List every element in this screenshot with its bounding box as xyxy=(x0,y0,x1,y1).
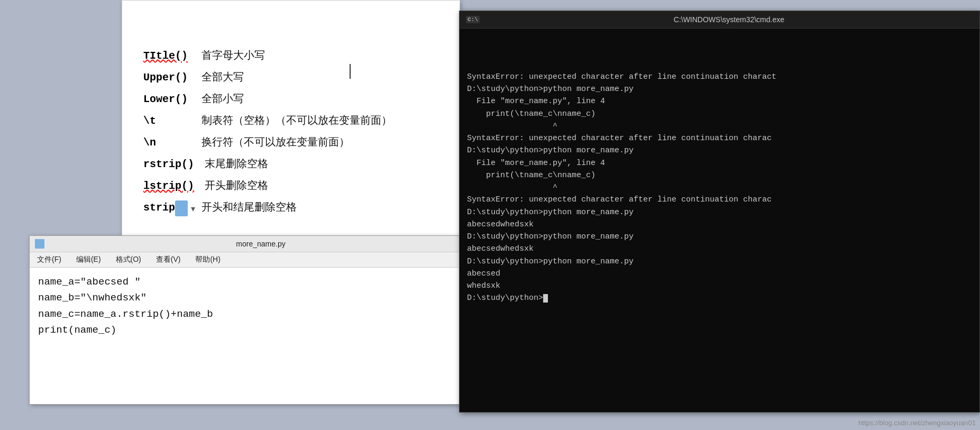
cmd-line: SyntaxError: unexpected character after … xyxy=(467,71,972,83)
notes-desc-text: 制表符（空格）（不可以放在变量前面） xyxy=(202,113,392,127)
notes-desc-text: 开头和结尾删除空格 xyxy=(202,200,297,214)
cmd-line: print(\tname_c\nname_c) xyxy=(467,108,972,120)
cmd-line: whedsxk xyxy=(467,280,972,292)
cmd-cursor xyxy=(543,294,548,303)
cmd-line: ^ xyxy=(467,181,972,194)
notes-method-label: rstrip() xyxy=(143,158,194,170)
document-icon xyxy=(175,200,188,216)
cmd-line: D:\study\python> xyxy=(467,292,972,304)
notes-method-label: Lower() xyxy=(143,93,191,105)
notes-row: rstrip()末尾删除空格 xyxy=(143,157,438,171)
cmd-line: D:\study\python>python more_name.py xyxy=(467,206,972,218)
notes-method-label: \n xyxy=(143,136,191,149)
notes-method-label: lstrip() xyxy=(143,180,194,192)
notepad-menu-item[interactable]: 编辑(E) xyxy=(74,254,103,266)
notes-desc-text: 首字母大小写 xyxy=(202,48,265,62)
cmd-line: abecsedwhedsxk xyxy=(467,243,972,255)
cmd-line: ^ xyxy=(467,120,972,132)
notes-desc-text: 全部小写 xyxy=(202,92,244,106)
code-line: name_c=name_a.rstrip()+name_b xyxy=(38,306,470,322)
notes-desc-text: 换行符（不可以放在变量前面） xyxy=(202,135,350,149)
notepad-title: more_name.py xyxy=(49,240,473,248)
notepad-icon xyxy=(35,239,44,249)
cmd-line: File "more_name.py", line 4 xyxy=(467,95,972,107)
notepad-menu-item[interactable]: 帮助(H) xyxy=(193,254,222,266)
cmd-line: File "more_name.py", line 4 xyxy=(467,157,972,169)
notes-row: lstrip()开头删除空格 xyxy=(143,178,438,193)
notes-method-label: Upper() xyxy=(143,71,191,84)
cmd-line: D:\study\python>python more_name.py xyxy=(467,255,972,268)
notepad-code-area: name_a="abecsed "name_b="\nwhedsxk"name_… xyxy=(30,268,478,404)
cmd-line: SyntaxError: unexpected character after … xyxy=(467,194,972,206)
cmd-line: abecsedwhedsxk xyxy=(467,218,972,231)
notes-row: \t制表符（空格）（不可以放在变量前面） xyxy=(143,113,438,127)
notes-method-label: \t xyxy=(143,115,191,127)
cmd-output-area: SyntaxError: unexpected character after … xyxy=(460,29,979,406)
code-line: name_a="abecsed " xyxy=(38,274,470,290)
notes-panel: TItle()首字母大小写Upper()全部大写Lower()全部小写\t制表符… xyxy=(122,0,460,238)
cmd-line: D:\study\python>python more_name.py xyxy=(467,231,972,243)
cmd-line: print(\tname_c\nname_c) xyxy=(467,169,972,181)
notepad-titlebar: more_name.py xyxy=(30,236,478,252)
notepad-filename: more_name.py xyxy=(236,240,285,248)
notepad-menubar[interactable]: 文件(F)编辑(E)格式(O)查看(V)帮助(H) xyxy=(30,252,478,268)
notepad-menu-item[interactable]: 格式(O) xyxy=(114,254,143,266)
notes-row: \n换行符（不可以放在变量前面） xyxy=(143,135,438,149)
notes-row: Lower()全部小写 xyxy=(143,92,438,106)
text-cursor xyxy=(350,64,351,79)
notes-desc-text: 开头删除空格 xyxy=(205,178,268,193)
dropdown-arrow: ▾ xyxy=(191,204,195,214)
cmd-titlebar: C:\ C:\WINDOWS\system32\cmd.exe xyxy=(460,11,979,29)
cmd-title-text: C:\WINDOWS\system32\cmd.exe xyxy=(485,15,973,24)
notes-row: TItle()首字母大小写 xyxy=(143,48,438,62)
notepad-menu-item[interactable]: 文件(F) xyxy=(35,254,63,266)
notepad-menu-item[interactable]: 查看(V) xyxy=(154,254,183,266)
cmd-icon: C:\ xyxy=(466,16,480,23)
notepad-window: more_name.py 文件(F)编辑(E)格式(O)查看(V)帮助(H) n… xyxy=(29,235,479,405)
code-line: name_b="\nwhedsxk" xyxy=(38,290,470,306)
notes-content: TItle()首字母大小写Upper()全部大写Lower()全部小写\t制表符… xyxy=(143,48,438,214)
notes-icon: ▾ xyxy=(175,200,195,216)
cmd-line: SyntaxError: unexpected character after … xyxy=(467,132,972,144)
notes-desc-text: 末尾删除空格 xyxy=(205,157,268,171)
watermark: https://blog.csdn.net/zhengxiaoyuan01 xyxy=(858,419,976,427)
cmd-line: D:\study\python>python more_name.py xyxy=(467,83,972,95)
notes-row: Upper()全部大写 xyxy=(143,70,438,84)
cmd-window: C:\ C:\WINDOWS\system32\cmd.exe SyntaxEr… xyxy=(459,11,980,413)
cmd-line: D:\study\python>python more_name.py xyxy=(467,144,972,157)
notes-method-label: TItle() xyxy=(143,50,191,62)
code-line: print(name_c) xyxy=(38,322,470,338)
cmd-line: abecsed xyxy=(467,268,972,280)
notes-desc-text: 全部大写 xyxy=(202,70,244,84)
